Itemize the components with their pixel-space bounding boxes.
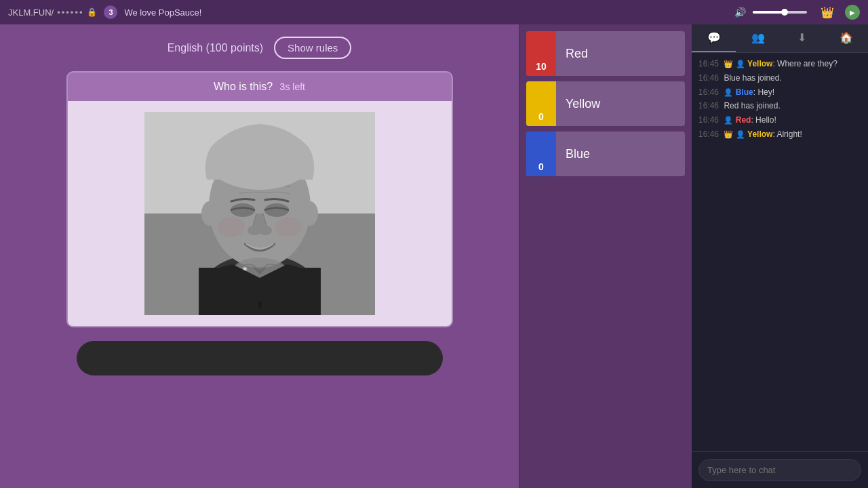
score-item-yellow: 0 Yellow [526, 81, 685, 126]
question-header: Who is this? 3s left [68, 73, 452, 101]
chat-message-5: 16:46 👤 Red: Hello! [698, 115, 861, 126]
question-timer: 3s left [280, 81, 305, 92]
volume-thumb [781, 9, 788, 16]
chat-message-4: 16:46 Red has joined. [698, 100, 861, 112]
lock-icon: 🔒 [87, 7, 97, 17]
svg-point-9 [264, 203, 289, 217]
show-rules-button[interactable]: Show rules [274, 37, 351, 59]
answer-input[interactable]: MANDELA [77, 341, 443, 375]
answer-area: MANDELA [0, 327, 519, 389]
score-bar-red: 10 [526, 31, 556, 76]
chat-message-6: 16:46 👑 👤 Yellow: Alright! [698, 129, 861, 140]
chat-message-3: 16:46 👤 Blue: Hey! [698, 87, 861, 98]
score-number-blue: 0 [526, 161, 556, 172]
svg-point-8 [231, 203, 255, 217]
url-code: •••••• [57, 7, 83, 18]
question-card: Who is this? 3s left [66, 71, 453, 327]
chat-input[interactable] [698, 459, 861, 481]
game-controls: English (100 points) Show rules [0, 24, 519, 71]
site-url: JKLM.FUN/ •••••• 🔒 [8, 7, 97, 18]
score-item-blue: 0 Blue [526, 131, 685, 176]
question-image-container [68, 101, 452, 326]
svg-point-14 [201, 201, 218, 226]
volume-fill [753, 11, 783, 14]
volume-icon[interactable]: 🔊 [734, 7, 746, 18]
chat-tabs: 💬 👥 ⬇ 🏠 [692, 24, 868, 53]
question-text: Who is this? [214, 81, 273, 92]
svg-point-11 [258, 226, 272, 235]
topbar: JKLM.FUN/ •••••• 🔒 3 We love PopSauce! 🔊… [0, 0, 868, 24]
score-bar-yellow: 0 [526, 81, 556, 126]
crown-icon-1: 👑 [724, 60, 733, 68]
svg-point-15 [302, 201, 318, 226]
tab-chat[interactable]: 💬 [692, 24, 736, 52]
svg-point-13 [275, 217, 302, 237]
player-name-yellow: Yellow [556, 81, 685, 126]
score-item-red: 10 Red [526, 31, 685, 76]
crown-icon: 👑 [821, 6, 834, 19]
scoreboard: 10 Red 0 Yellow 0 Blue [519, 24, 692, 488]
question-image [144, 112, 375, 315]
main-content: English (100 points) Show rules Who is t… [0, 24, 868, 488]
chat-message-1: 16:45 👑 👤 Yellow: Where are they? [698, 58, 861, 70]
game-area: English (100 points) Show rules Who is t… [0, 24, 519, 488]
chat-panel: 💬 👥 ⬇ 🏠 16:45 👑 👤 Yellow: Where are they… [692, 24, 868, 488]
volume-slider[interactable] [753, 11, 807, 14]
chat-message-2: 16:46 Blue has joined. [698, 73, 861, 84]
tab-players[interactable]: 👥 [736, 24, 780, 52]
score-number-red: 10 [526, 61, 556, 72]
url-text: JKLM.FUN/ [8, 7, 54, 18]
score-bar-blue: 0 [526, 131, 556, 176]
tab-home[interactable]: 🏠 [824, 24, 868, 52]
tab-download[interactable]: ⬇ [780, 24, 824, 52]
svg-point-12 [218, 217, 245, 237]
player-name-blue: Blue [556, 131, 685, 176]
score-number-yellow: 0 [526, 111, 556, 122]
crown-icon-6: 👑 [724, 130, 733, 138]
chat-input-area [692, 451, 868, 488]
chat-messages: 16:45 👑 👤 Yellow: Where are they? 16:46 … [692, 53, 868, 451]
play-button[interactable]: ▶ [845, 5, 860, 20]
portrait-svg [144, 112, 375, 315]
player-count: 3 [104, 5, 117, 19]
room-name: We love PopSauce! [124, 7, 201, 18]
player-name-red: Red [556, 31, 685, 76]
language-label: English (100 points) [167, 42, 263, 54]
